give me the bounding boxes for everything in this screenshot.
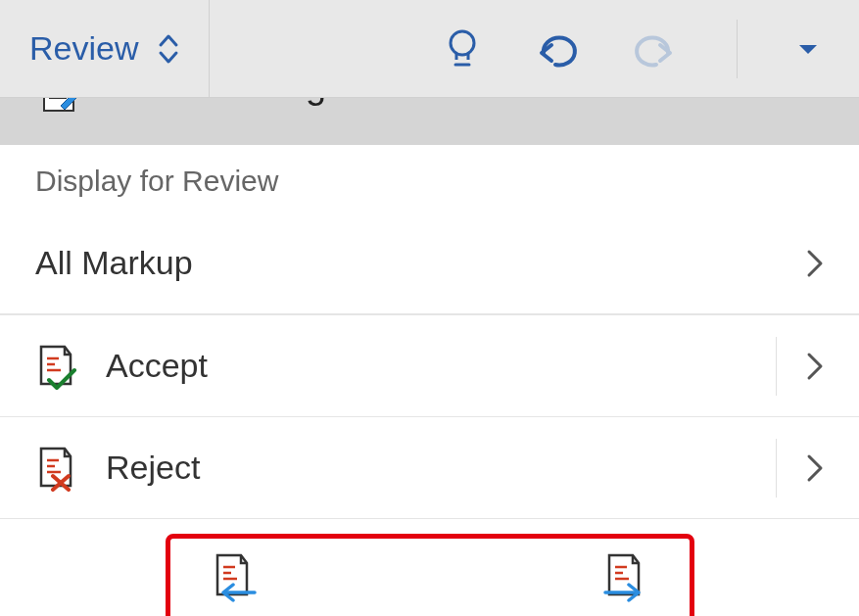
previous-change-icon: [210, 551, 259, 602]
track-changes-row[interactable]: Track Changes: [0, 98, 859, 145]
chevron-right-icon: [806, 352, 824, 381]
accept-label: Accept: [106, 347, 776, 385]
overflow-menu-button[interactable]: [796, 41, 820, 57]
next-change-button[interactable]: [601, 551, 650, 606]
toolbar: Review: [0, 0, 859, 98]
next-change-icon: [601, 551, 650, 602]
svg-point-0: [451, 31, 474, 55]
section-display-for-review: Display for Review: [0, 145, 859, 213]
track-changes-label: Track Changes: [115, 98, 365, 107]
lightbulb-icon: [445, 26, 480, 71]
all-markup-label: All Markup: [35, 244, 806, 282]
undo-icon: [534, 29, 579, 69]
item-separator: [776, 337, 777, 396]
ribbon-tab-review[interactable]: Review: [0, 0, 210, 97]
toolbar-separator: [737, 20, 738, 78]
item-separator: [776, 439, 777, 498]
toolbar-actions: [445, 0, 859, 97]
reject-label: Reject: [106, 449, 776, 487]
ribbon-tab-switch-icon: [158, 30, 179, 68]
accept-icon: [35, 343, 78, 390]
accept-item[interactable]: Accept: [0, 315, 859, 417]
change-navigation-highlight: [166, 534, 694, 616]
dropdown-triangle-icon: [796, 41, 820, 57]
change-navigation-row: [0, 519, 859, 616]
reject-icon: [35, 445, 78, 492]
track-changes-icon: [41, 98, 80, 119]
chevron-right-icon: [806, 453, 824, 483]
previous-change-button[interactable]: [210, 551, 259, 606]
undo-button[interactable]: [534, 29, 579, 69]
redo-icon: [633, 29, 678, 69]
redo-button[interactable]: [633, 29, 678, 69]
svg-marker-2: [799, 45, 817, 54]
ribbon-tab-label: Review: [29, 29, 138, 68]
reject-item[interactable]: Reject: [0, 417, 859, 519]
tell-me-button[interactable]: [445, 26, 480, 71]
all-markup-item[interactable]: All Markup: [0, 213, 859, 314]
chevron-right-icon: [806, 249, 824, 278]
